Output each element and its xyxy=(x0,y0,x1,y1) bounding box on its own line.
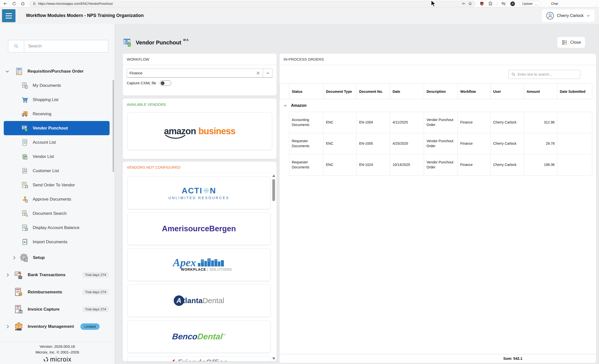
sidebar-item-send-order-to-vendor[interactable]: Send Order To Vendor xyxy=(0,178,112,192)
cell-user[interactable]: Cherry Carlock xyxy=(491,133,524,154)
table-row[interactable]: Requester Documents ENC EN-1024 10/14/20… xyxy=(289,154,592,176)
vendor-card-action-unlimited-resources[interactable]: ACTI N UNLIMITED RESOURCES xyxy=(127,177,271,209)
sidebar-item-reimbursements[interactable]: Reimbursements Trial days 274 xyxy=(0,283,112,301)
workflow-combobox-input[interactable] xyxy=(127,69,253,77)
refresh-icon[interactable] xyxy=(12,1,16,6)
cell-document-type[interactable]: ENC xyxy=(323,133,357,154)
url-text[interactable]: https://www.microixapps.com/ENC/VendorPu… xyxy=(38,2,460,5)
cell-date[interactable]: 4/11/2025 xyxy=(390,112,424,133)
column-header-status[interactable]: Status xyxy=(289,84,323,99)
table-row[interactable]: Requester Documents ENC EN-1005 4/25/202… xyxy=(289,133,592,154)
cell-date-submitted[interactable] xyxy=(557,133,592,154)
vendor-card-apex-workplace-solutions[interactable]: Apex WORKPLACE | SOLUTIONS xyxy=(127,248,271,281)
sidebar-item-vendor-list[interactable]: Vendor List xyxy=(0,149,112,164)
cell-status[interactable]: Requester Documents xyxy=(289,133,323,154)
cell-description[interactable]: Vendor Punchout Order xyxy=(424,112,458,133)
update-button[interactable]: Update … xyxy=(519,1,541,6)
user-menu[interactable]: Cherry Carlock xyxy=(542,9,595,22)
orders-search-input[interactable] xyxy=(518,72,578,76)
browser-profile-avatar[interactable] xyxy=(510,1,515,6)
combobox-dropdown-icon[interactable] xyxy=(263,69,272,77)
cell-amount[interactable]: 312.96 xyxy=(524,112,557,133)
bookmark-star-icon[interactable] xyxy=(468,1,472,6)
cell-description[interactable]: Vendor Punchout Order xyxy=(424,154,458,176)
sidebar-item-invoice-capture[interactable]: Invoice Capture Trial days 274 xyxy=(0,301,112,318)
column-header-date-submitted[interactable]: Date Submitted xyxy=(557,84,592,99)
cell-document-type[interactable]: ENC xyxy=(323,154,357,176)
column-header-date[interactable]: Date xyxy=(390,84,424,99)
sidebar-item-my-documents[interactable]: My Documents xyxy=(0,78,112,93)
vendor-card-benco-dental[interactable]: BencoDental™ xyxy=(127,320,271,353)
cell-date-submitted[interactable] xyxy=(557,112,592,133)
sidebar-item-approve-documents[interactable]: Approve Documents xyxy=(0,192,112,206)
cell-workflow[interactable]: Finance xyxy=(458,133,491,154)
sidebar-item-requisition-purchase-order[interactable]: Requisition/Purchase Order xyxy=(0,64,112,78)
cell-document-no[interactable]: EN-1005 xyxy=(357,133,390,154)
scroll-up-arrow[interactable] xyxy=(272,175,275,177)
sidebar-item-vendor-punchout[interactable]: Vendor Punchout xyxy=(4,121,110,135)
column-header-description[interactable]: Description xyxy=(424,84,458,99)
sidebar-scrollbar-thumb[interactable] xyxy=(113,80,114,172)
copilot-chat-button[interactable]: Chat xyxy=(545,1,558,6)
cell-amount[interactable]: 199.36 xyxy=(524,154,557,176)
capture-cxml-toggle[interactable] xyxy=(160,80,171,86)
column-header-document-no[interactable]: Document No. xyxy=(357,84,390,99)
cell-user[interactable]: Cherry Carlock xyxy=(491,154,524,176)
orders-search-box[interactable] xyxy=(508,70,580,79)
cell-document-no[interactable]: EN-1024 xyxy=(357,154,390,176)
scrollbar-thumb[interactable] xyxy=(272,179,275,201)
cell-date[interactable]: 10/14/2025 xyxy=(390,154,424,176)
extensions-puzzle-icon[interactable] xyxy=(488,1,493,6)
sidebar-item-import-documents[interactable]: Import Documents xyxy=(0,235,112,249)
cell-description[interactable]: Vendor Punchout Order xyxy=(424,133,458,154)
group-collapse-icon[interactable] xyxy=(283,103,288,108)
vendor-card-amerisourcebergen[interactable]: AmerisourceBergen xyxy=(127,213,271,245)
cell-status[interactable]: Accounting Documents xyxy=(289,112,323,133)
vendor-card-atlanta-dental[interactable]: A tlanta Dental xyxy=(127,284,271,317)
column-header-user[interactable]: User xyxy=(491,84,524,99)
sidebar-item-bank-transactions[interactable]: Bank Transactions Trial days 274 xyxy=(0,266,112,283)
cell-user[interactable]: Cherry Carlock xyxy=(491,112,524,133)
sidebar-item-setup[interactable]: Setup xyxy=(0,249,112,266)
column-header-document-type[interactable]: Document Type xyxy=(323,84,357,99)
sidebar-item-document-search[interactable]: Document Search xyxy=(0,206,112,221)
favorites-list-icon[interactable] xyxy=(501,1,506,6)
vendor-card-friendsoffice[interactable]: FriendsOffice xyxy=(127,356,271,361)
vendor-card-amazon-business[interactable]: amazon business xyxy=(127,113,272,150)
more-menu-icon[interactable]: … xyxy=(535,2,538,5)
cell-date-submitted[interactable] xyxy=(557,154,592,176)
adblock-shield-icon[interactable] xyxy=(479,1,484,6)
lock-icon[interactable] xyxy=(32,2,36,5)
cell-document-no[interactable]: EN-1004 xyxy=(357,112,390,133)
table-row[interactable]: Accounting Documents ENC EN-1004 4/11/20… xyxy=(289,112,592,133)
chevron-right-icon[interactable] xyxy=(5,324,10,329)
sidebar-item-account-list[interactable]: Account List xyxy=(0,135,112,149)
sidebar-item-inventory-management[interactable]: Inventory Management Limited xyxy=(0,318,112,335)
cell-amount[interactable]: 29.78 xyxy=(524,133,557,154)
workflow-combobox[interactable] xyxy=(127,69,273,78)
scroll-down-arrow[interactable] xyxy=(272,358,275,360)
password-key-icon[interactable] xyxy=(462,1,466,6)
home-icon[interactable] xyxy=(20,1,25,6)
column-header-workflow[interactable]: Workflow xyxy=(458,84,491,99)
sidebar-item-display-account-balance[interactable]: Display Account Balance xyxy=(0,221,112,235)
chevron-right-icon[interactable] xyxy=(11,255,17,260)
vendor-list-scrollbar[interactable] xyxy=(272,174,276,360)
sidebar-item-receiving[interactable]: Receiving xyxy=(0,107,112,121)
address-bar[interactable]: https://www.microixapps.com/ENC/VendorPu… xyxy=(29,1,475,7)
chevron-down-icon[interactable] xyxy=(4,69,10,74)
clear-selection-icon[interactable] xyxy=(253,69,263,77)
cell-document-type[interactable]: ENC xyxy=(323,112,357,133)
search-input[interactable] xyxy=(24,40,108,52)
sidebar-search[interactable] xyxy=(8,40,108,52)
chevron-right-icon[interactable] xyxy=(5,272,10,278)
group-row-amazon[interactable]: Amazon xyxy=(280,99,592,112)
column-header-amount[interactable]: Amount xyxy=(524,84,557,99)
cell-workflow[interactable]: Finance xyxy=(458,112,491,133)
cell-date[interactable]: 4/25/2025 xyxy=(390,133,424,154)
close-button[interactable]: Close xyxy=(557,37,585,48)
hamburger-menu-button[interactable] xyxy=(2,9,15,22)
sidebar-item-shopping-list[interactable]: Shopping List xyxy=(0,93,112,107)
cell-workflow[interactable]: Finance xyxy=(458,154,491,176)
back-icon[interactable] xyxy=(3,1,8,6)
